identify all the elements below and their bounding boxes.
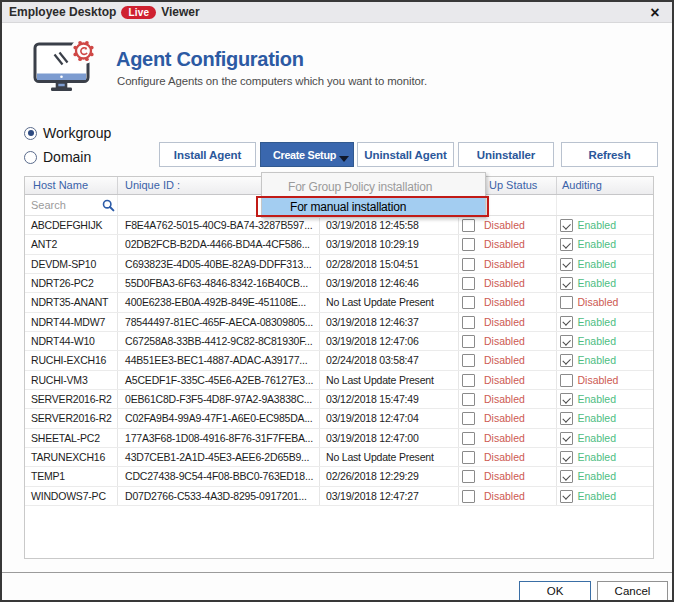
cancel-button[interactable]: Cancel — [597, 581, 668, 601]
cell-last-update: 03/19/2018 12:46:37 — [320, 313, 459, 331]
cell-host-name: ANT2 — [25, 235, 118, 253]
cell-host-name: TEMP1 — [25, 467, 118, 485]
cell-last-update: No Last Update Present — [320, 448, 459, 466]
cell-last-update: 03/19/2018 12:47:27 — [320, 487, 459, 505]
create-setup-button[interactable]: Create Setup — [260, 142, 354, 167]
cell-host-name: SHEETAL-PC2 — [25, 429, 118, 447]
up-status-checkbox[interactable] — [462, 219, 475, 232]
uninstall-agent-button[interactable]: Uninstall Agent — [357, 142, 454, 167]
up-status-checkbox[interactable] — [462, 374, 475, 387]
auditing-cell: Disabled — [557, 371, 653, 389]
app-title-suffix: Viewer — [161, 5, 199, 19]
cell-unique-id: 177A3F68-1D08-4916-8F76-31F7FEBA... — [118, 429, 320, 447]
cell-host-name: NDRT26-PC2 — [25, 274, 118, 292]
auditing-checkbox[interactable] — [560, 316, 573, 329]
uninstaller-button[interactable]: Uninstaller — [458, 142, 554, 167]
table-row[interactable]: NDRT44-MDW778544497-81EC-465F-AECA-08309… — [25, 313, 653, 332]
up-status-checkbox[interactable] — [462, 393, 475, 406]
table-row[interactable]: ANT202DB2FCB-B2DA-4466-BD4A-4CF586...03/… — [25, 235, 653, 254]
cell-unique-id: 02DB2FCB-B2DA-4466-BD4A-4CF586... — [118, 235, 320, 253]
monitor-gear-icon — [30, 34, 102, 97]
cell-unique-id: F8E4A762-5015-40C9-BA74-3287B597... — [118, 216, 320, 234]
table-row[interactable]: RUCHI-VM3A5CEDF1F-335C-45E6-A2EB-76127E3… — [25, 371, 653, 390]
search-input[interactable]: Search — [31, 199, 66, 211]
up-status-label: Disabled — [484, 293, 525, 311]
table-row[interactable]: ABCDEFGHIJKF8E4A762-5015-40C9-BA74-3287B… — [25, 216, 653, 235]
cell-last-update: 03/19/2018 12:45:58 — [320, 216, 459, 234]
cell-last-update: 03/19/2018 12:47:04 — [320, 409, 459, 427]
auditing-checkbox[interactable] — [560, 393, 573, 406]
up-status-checkbox[interactable] — [462, 335, 475, 348]
column-header-auditing[interactable]: Auditing — [557, 177, 653, 194]
auditing-label: Enabled — [578, 487, 617, 505]
auditing-checkbox[interactable] — [560, 277, 573, 290]
up-status-checkbox[interactable] — [462, 432, 475, 445]
up-status-checkbox[interactable] — [462, 238, 475, 251]
table-row[interactable]: RUCHI-EXCH1644B51EE3-BEC1-4887-ADAC-A391… — [25, 351, 653, 370]
search-cell[interactable]: Search — [25, 195, 118, 215]
auditing-checkbox[interactable] — [560, 470, 573, 483]
cell-host-name: RUCHI-EXCH16 — [25, 351, 118, 369]
auditing-label: Enabled — [578, 409, 617, 427]
domain-radio-circle[interactable] — [24, 151, 37, 164]
cell-host-name: WINDOWS7-PC — [25, 487, 118, 505]
up-status-cell: Disabled — [459, 235, 557, 253]
table-row[interactable]: SERVER2016-R20EB61C8D-F3F5-4D8F-97A2-9A3… — [25, 390, 653, 409]
auditing-checkbox[interactable] — [560, 238, 573, 251]
footer-divider — [2, 572, 672, 573]
refresh-button[interactable]: Refresh — [561, 142, 658, 167]
title-bar: Employee Desktop Live Viewer × — [2, 2, 672, 23]
search-icon[interactable] — [102, 199, 115, 212]
search-row-cell — [557, 195, 653, 215]
auditing-checkbox[interactable] — [560, 374, 573, 387]
auditing-label: Enabled — [578, 467, 617, 485]
workgroup-radio-circle[interactable] — [24, 127, 37, 140]
table-row[interactable]: SERVER2016-R2C02FA9B4-99A9-47F1-A6E0-EC9… — [25, 409, 653, 428]
table-row[interactable]: NDRT35-ANANT400E6238-EB0A-492B-849E-4511… — [25, 293, 653, 312]
auditing-cell: Disabled — [557, 293, 653, 311]
auditing-label: Enabled — [578, 255, 617, 273]
up-status-checkbox[interactable] — [462, 277, 475, 290]
table-row[interactable]: WINDOWS7-PCD07D2766-C533-4A3D-8295-09172… — [25, 487, 653, 506]
auditing-checkbox[interactable] — [560, 219, 573, 232]
up-status-cell: Disabled — [459, 216, 557, 234]
up-status-cell: Disabled — [459, 487, 557, 505]
table-row[interactable]: SHEETAL-PC2177A3F68-1D08-4916-8F76-31F7F… — [25, 429, 653, 448]
cell-unique-id: 400E6238-EB0A-492B-849E-451108E... — [118, 293, 320, 311]
close-icon[interactable]: × — [646, 3, 664, 22]
auditing-checkbox[interactable] — [560, 296, 573, 309]
auditing-checkbox[interactable] — [560, 451, 573, 464]
auditing-label: Enabled — [578, 274, 617, 292]
up-status-label: Disabled — [484, 235, 525, 253]
up-status-checkbox[interactable] — [462, 296, 475, 309]
auditing-checkbox[interactable] — [560, 335, 573, 348]
create-setup-label: Create Setup — [273, 149, 336, 161]
ok-button[interactable]: OK — [519, 581, 591, 601]
table-row[interactable]: TARUNEXCH1643D7CEB1-2A1D-45E3-AEE6-2D65B… — [25, 448, 653, 467]
up-status-cell: Disabled — [459, 448, 557, 466]
table-row[interactable]: DEVDM-SP10C693823E-4D05-40BE-82A9-DDFF31… — [25, 255, 653, 274]
install-agent-button[interactable]: Install Agent — [159, 142, 256, 167]
auditing-checkbox[interactable] — [560, 258, 573, 271]
column-header-host-name[interactable]: Host Name — [25, 177, 118, 194]
table-row[interactable]: NDRT44-W10C67258A8-33BB-4412-9C82-8C8193… — [25, 332, 653, 351]
up-status-checkbox[interactable] — [462, 258, 475, 271]
table-row[interactable]: NDRT26-PC255D0FBA3-6F63-4846-8342-16B40C… — [25, 274, 653, 293]
table-row[interactable]: TEMP1CDC27438-9C54-4F08-BBC0-763ED18...0… — [25, 467, 653, 486]
auditing-checkbox[interactable] — [560, 490, 573, 503]
up-status-checkbox[interactable] — [462, 316, 475, 329]
up-status-label: Disabled — [484, 351, 525, 369]
up-status-checkbox[interactable] — [462, 451, 475, 464]
up-status-checkbox[interactable] — [462, 490, 475, 503]
auditing-checkbox[interactable] — [560, 354, 573, 367]
cell-unique-id: 0EB61C8D-F3F5-4D8F-97A2-9A3838C... — [118, 390, 320, 408]
auditing-checkbox[interactable] — [560, 412, 573, 425]
up-status-checkbox[interactable] — [462, 470, 475, 483]
up-status-checkbox[interactable] — [462, 412, 475, 425]
auditing-checkbox[interactable] — [560, 432, 573, 445]
workgroup-radio[interactable]: Workgroup — [24, 125, 111, 141]
menu-item-group-policy[interactable]: For Group Policy installation — [262, 177, 485, 198]
up-status-checkbox[interactable] — [462, 354, 475, 367]
domain-radio[interactable]: Domain — [24, 149, 91, 165]
cell-host-name: NDRT35-ANANT — [25, 293, 118, 311]
